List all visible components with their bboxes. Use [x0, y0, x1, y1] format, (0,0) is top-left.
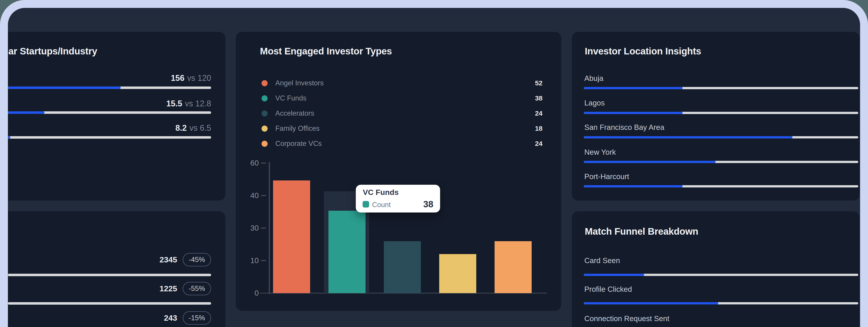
panel-similar-startups: ar Startups/Industry 156vs 120 15.5vs 12… — [8, 32, 225, 200]
bar-fill — [584, 136, 793, 138]
panel-title: Most Engaged Investor Types — [260, 46, 392, 57]
funnel-step-label: Connection Request Sent — [584, 314, 669, 323]
y-axis-label: 40 — [236, 191, 259, 200]
funnel-step-label: Profile Clicked — [584, 285, 632, 294]
y-axis-tick — [261, 163, 266, 164]
y-axis-tick — [261, 195, 266, 196]
bar-corporate-vcs[interactable] — [495, 241, 532, 293]
panel-investor-types: Most Engaged Investor Types Angel Invest… — [236, 32, 561, 311]
location-label: Port-Harcourt — [584, 172, 629, 181]
funnel-bar — [584, 274, 858, 276]
bar-fill — [8, 136, 10, 139]
funnel-step-label: Card Seen — [584, 256, 620, 265]
y-axis-label: 0 — [236, 289, 259, 297]
y-axis-tick — [261, 228, 266, 229]
location-label: New York — [584, 148, 616, 157]
dashboard-window: ar Startups/Industry 156vs 120 15.5vs 12… — [8, 8, 860, 327]
location-bar — [584, 112, 858, 114]
comparison-bar — [8, 136, 211, 139]
bar-fill — [584, 87, 683, 89]
legend-item-corporate-vcs[interactable]: Corporate VCs 24 — [261, 139, 542, 148]
metric-row: 2345 -45% — [160, 253, 211, 266]
location-bar — [584, 87, 858, 89]
metric-value: 243 — [164, 314, 177, 323]
comparison-value: 156vs 120 — [171, 73, 211, 83]
y-axis-label: 30 — [236, 224, 259, 232]
bar-fill — [584, 302, 718, 304]
change-badge: -15% — [183, 311, 211, 325]
metric-bar — [8, 302, 211, 305]
panel-location-insights: Investor Location Insights Abuja Lagos S… — [572, 32, 860, 200]
y-axis-label: 60 — [236, 159, 259, 167]
tooltip-series-swatch — [363, 201, 369, 207]
y-axis-line — [269, 162, 270, 294]
comparison-value: 8.2vs 6.5 — [176, 123, 211, 133]
legend-item-angel-investors[interactable]: Angel Investors 52 — [261, 78, 542, 88]
bar-fill — [8, 87, 121, 89]
bar-accelerators[interactable] — [384, 241, 421, 293]
location-label: Abuja — [584, 74, 603, 83]
change-badge: -45% — [183, 253, 211, 266]
comparison-value: 15.5vs 12.8 — [166, 99, 211, 108]
metric-value: 2345 — [160, 255, 177, 264]
panel-title: ar Startups/Industry — [8, 46, 97, 57]
legend-dot — [261, 95, 268, 101]
bar-fill — [8, 111, 44, 114]
location-label: Lagos — [584, 99, 604, 107]
location-bar — [584, 161, 858, 163]
panel-match-funnel: Match Funnel Breakdown Card Seen Profile… — [572, 211, 860, 327]
tooltip-title: VC Funds — [363, 188, 399, 197]
legend-dot — [261, 110, 268, 117]
y-axis-label: 10 — [236, 256, 259, 265]
legend-item-vc-funds[interactable]: VC Funds 38 — [261, 94, 542, 103]
location-bar — [584, 185, 858, 188]
y-axis-tick — [261, 260, 266, 261]
panel-title: Investor Location Insights — [585, 46, 701, 57]
bar-fill — [584, 112, 683, 114]
bar-family-offices[interactable] — [439, 254, 476, 293]
legend-dot — [261, 80, 268, 86]
bar-fill — [584, 185, 683, 188]
metric-value: 1225 — [160, 284, 177, 293]
funnel-bar — [584, 302, 858, 304]
legend-item-accelerators[interactable]: Accelerators 24 — [261, 109, 542, 118]
bar-vc-funds[interactable] — [329, 211, 366, 293]
metric-row: 243 -15% — [164, 311, 211, 325]
legend-item-family-offices[interactable]: Family Offices 18 — [261, 124, 542, 133]
screenshot-canvas: ar Startups/Industry 156vs 120 15.5vs 12… — [0, 0, 868, 327]
panel-metrics: 2345 -45% 1225 -55% 243 -15% — [8, 211, 225, 327]
bar-fill — [584, 274, 644, 276]
tooltip-series-label: Count — [372, 201, 391, 209]
legend-dot — [261, 126, 268, 132]
location-label: San Francisco Bay Area — [584, 123, 664, 132]
location-bar — [584, 136, 858, 138]
bar-angel-investors[interactable] — [273, 181, 310, 293]
comparison-bar — [8, 87, 211, 89]
tooltip-value: 38 — [423, 199, 434, 209]
metric-row: 1225 -55% — [160, 282, 211, 295]
change-badge: -55% — [183, 282, 211, 295]
panel-title: Match Funnel Breakdown — [585, 226, 698, 237]
chart-tooltip: VC Funds Count 38 — [356, 185, 440, 212]
bar-fill — [584, 161, 716, 163]
metric-bar — [8, 274, 211, 276]
comparison-bar — [8, 111, 211, 114]
legend-dot — [261, 141, 268, 147]
